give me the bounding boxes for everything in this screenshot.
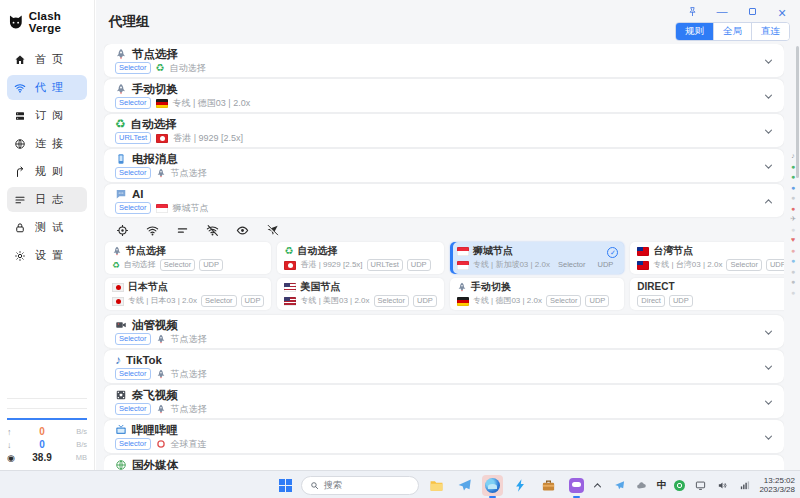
maximize-button[interactable] — [746, 5, 758, 17]
group-type-chip: Selector — [115, 403, 151, 415]
sidebar-item-logs[interactable]: 日志 — [7, 187, 87, 212]
sidebar-item-home[interactable]: 首页 — [7, 47, 87, 72]
search-input[interactable]: 搜索 — [301, 476, 419, 495]
node-card-usa[interactable]: 美国节点 专线 | 美国03 | 2.0xSelectorUDP — [277, 278, 443, 310]
chevron-down-icon[interactable] — [763, 56, 774, 67]
group-row-auto-select[interactable]: ♻自动选择 URLTest香港 | 9929 [2.5x] — [104, 114, 784, 147]
app-title: Clash Verge — [29, 10, 88, 34]
sidebar-item-subscription[interactable]: 订阅 — [7, 103, 87, 128]
group-row-node-select[interactable]: 节点选择 Selector♻自动选择 — [104, 44, 784, 77]
chat-app-icon[interactable] — [566, 475, 587, 496]
node-card-auto-select[interactable]: ♻自动选择 香港 | 9929 [2.5x]URLTestUDP — [277, 242, 443, 274]
node-card-node-select[interactable]: 节点选择 ♻自动选择SelectorUDP — [105, 242, 271, 274]
delay-test-icon[interactable] — [146, 224, 159, 237]
chevron-down-icon[interactable] — [763, 91, 774, 102]
group-name: TikTok — [126, 353, 162, 367]
telegram-app-icon[interactable] — [454, 475, 475, 496]
tray-cloud-icon[interactable] — [635, 478, 649, 492]
page-title: 代理组 — [109, 13, 150, 31]
phone-icon — [115, 153, 127, 165]
group-name: 手动切换 — [132, 82, 178, 96]
chevron-down-icon[interactable] — [763, 432, 774, 443]
chevron-down-icon[interactable] — [763, 126, 774, 137]
proxy-group-list: 节点选择 Selector♻自动选择 手动切换 Selector专线 | 德国0… — [104, 44, 784, 470]
direct-ring-icon — [156, 439, 166, 449]
music-note-icon: ♪ — [115, 355, 121, 365]
memory-unit: MB — [65, 453, 87, 462]
tray-monitor-icon[interactable] — [693, 478, 707, 492]
group-row-tiktok[interactable]: ♪TikTok Selector节点选择 — [104, 350, 784, 383]
chevron-down-icon[interactable] — [763, 397, 774, 408]
node-card-direct[interactable]: DIRECT DirectUDP — [630, 278, 784, 310]
minimize-button[interactable]: — — [716, 5, 728, 17]
tray-network-icon[interactable] — [737, 478, 751, 492]
tray-telegram-icon[interactable] — [613, 478, 627, 492]
chevron-down-icon[interactable] — [763, 362, 774, 373]
chevron-down-icon[interactable] — [763, 327, 774, 338]
cat-logo-icon — [8, 14, 24, 30]
proxy-mode-switch: 规则 全局 直连 — [675, 22, 790, 41]
group-current: 专线 | 德国03 | 2.0x — [173, 98, 251, 109]
group-row-foreign-media[interactable]: 国外媒体 — [104, 455, 784, 470]
memory-icon: ◉ — [7, 453, 19, 463]
sidebar-item-settings[interactable]: 设置 — [7, 243, 87, 268]
mode-rule-button[interactable]: 规则 — [676, 23, 713, 40]
scrollbar-thumb[interactable] — [796, 46, 799, 178]
flag-us-icon — [284, 297, 296, 306]
search-icon — [310, 481, 319, 490]
group-current: 节点选择 — [171, 404, 207, 415]
close-button[interactable]: × — [776, 5, 788, 17]
recycle-icon: ♻ — [115, 119, 126, 129]
sidebar-item-rules[interactable]: 规则 — [7, 159, 87, 184]
proxy-filter-icon[interactable] — [266, 224, 279, 237]
node-card-japan[interactable]: 日本节点 专线 | 日本03 | 2.0xSelectorUDP — [105, 278, 271, 310]
flag-de-icon — [156, 99, 168, 108]
sort-icon[interactable] — [176, 224, 189, 237]
pin-icon[interactable] — [686, 5, 698, 17]
group-current: 狮城节点 — [173, 203, 209, 214]
node-card-singapore-selected[interactable]: 狮城节点 专线 | 新加坡03 | 2.0xSelectorUDP ✓ — [450, 242, 624, 274]
group-type-chip: Selector — [115, 333, 151, 345]
group-row-youtube[interactable]: 油管视频 Selector节点选择 — [104, 315, 784, 348]
upload-unit: B/s — [65, 427, 87, 436]
chevron-up-icon[interactable] — [763, 196, 774, 207]
group-row-manual-switch[interactable]: 手动切换 Selector专线 | 德国03 | 2.0x — [104, 79, 784, 112]
tray-wechat-icon[interactable] — [674, 480, 685, 491]
sidebar-item-connections[interactable]: 连接 — [7, 131, 87, 156]
recycle-icon: ♻ — [284, 246, 293, 256]
taskbar-clock[interactable]: 13:25:02 2023/3/28 — [759, 476, 795, 495]
clash-app-icon[interactable] — [510, 475, 531, 496]
tray-expand-chevron-icon[interactable] — [591, 478, 605, 492]
recycle-icon: ♻ — [112, 260, 120, 270]
flag-sg-icon — [457, 261, 469, 270]
file-explorer-icon[interactable] — [426, 475, 447, 496]
edge-browser-icon[interactable] — [482, 475, 503, 496]
node-card-manual-switch[interactable]: 手动切换 专线 | 德国03 | 2.0xSelectorUDP — [450, 278, 624, 310]
download-arrow-icon: ↓ — [7, 440, 19, 450]
sidebar-item-test[interactable]: 测试 — [7, 215, 87, 240]
group-scroll-index[interactable]: ♪● ●● ●● ✈● ♥● ●● ●● — [790, 152, 796, 296]
ai-expanded-section: 节点选择 ♻自动选择SelectorUDP ♻自动选择 香港 | 9929 [2… — [104, 219, 784, 313]
mode-global-button[interactable]: 全局 — [713, 23, 751, 40]
locate-node-icon[interactable] — [116, 224, 129, 237]
start-button[interactable] — [276, 476, 294, 494]
briefcase-app-icon[interactable] — [538, 475, 559, 496]
search-placeholder: 搜索 — [324, 479, 342, 492]
sidebar-item-proxy[interactable]: 代理 — [7, 75, 87, 100]
flag-tw-icon — [637, 261, 649, 270]
flag-de-icon — [457, 297, 469, 306]
memory-stat: ◉ 38.9 MB — [7, 451, 87, 464]
ime-indicator[interactable]: 中 — [657, 479, 667, 492]
node-card-taiwan[interactable]: 台湾节点 专线 | 台湾03 | 2.0xSelectorUDP — [630, 242, 784, 274]
mode-direct-button[interactable]: 直连 — [751, 23, 789, 40]
group-row-ai[interactable]: AI Selector狮城节点 — [104, 184, 784, 217]
group-current: 香港 | 9929 [2.5x] — [173, 133, 243, 144]
group-row-telegram[interactable]: 电报消息 Selector节点选择 — [104, 149, 784, 182]
chevron-down-icon[interactable] — [763, 161, 774, 172]
app-logo: Clash Verge — [0, 0, 94, 42]
tray-speaker-icon[interactable] — [715, 478, 729, 492]
delay-filter-off-icon[interactable] — [206, 224, 219, 237]
group-row-bilibili[interactable]: 哔哩哔哩 Selector全球直连 — [104, 420, 784, 453]
visibility-icon[interactable] — [236, 224, 249, 237]
group-row-netflix[interactable]: 奈飞视频 Selector节点选择 — [104, 385, 784, 418]
